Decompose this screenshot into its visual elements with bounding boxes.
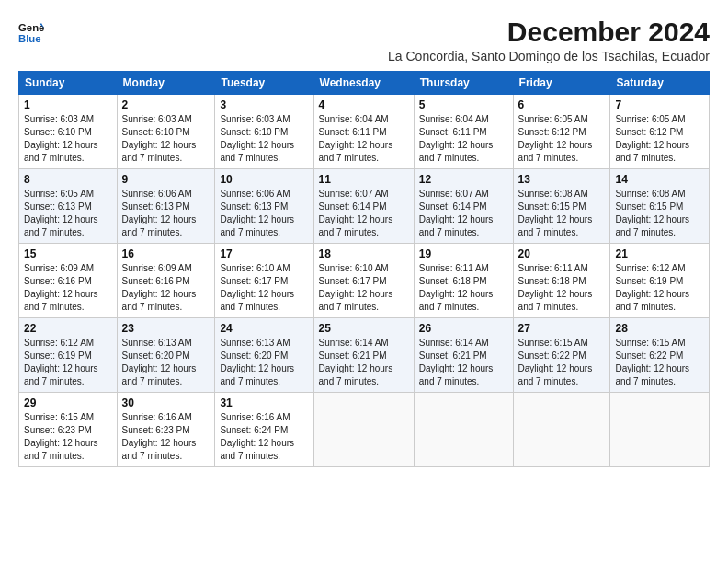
day-number: 12 xyxy=(419,173,508,186)
day-number: 22 xyxy=(24,322,112,335)
day-info: Sunrise: 6:07 AM Sunset: 6:14 PM Dayligh… xyxy=(419,188,508,239)
day-header-friday: Friday xyxy=(513,72,610,95)
calendar-cell: 11Sunrise: 6:07 AM Sunset: 6:14 PM Dayli… xyxy=(313,169,414,244)
calendar-cell: 24Sunrise: 6:13 AM Sunset: 6:20 PM Dayli… xyxy=(215,318,313,393)
day-info: Sunrise: 6:13 AM Sunset: 6:20 PM Dayligh… xyxy=(122,337,210,388)
day-number: 23 xyxy=(122,322,210,335)
day-info: Sunrise: 6:05 AM Sunset: 6:12 PM Dayligh… xyxy=(518,113,606,165)
calendar-cell: 4Sunrise: 6:04 AM Sunset: 6:11 PM Daylig… xyxy=(313,95,414,169)
calendar-week-row: 22Sunrise: 6:12 AM Sunset: 6:19 PM Dayli… xyxy=(19,318,710,393)
calendar-cell: 25Sunrise: 6:14 AM Sunset: 6:21 PM Dayli… xyxy=(313,318,414,393)
title-block: December 2024 La Concordia, Santo Doming… xyxy=(388,17,710,63)
day-number: 26 xyxy=(419,322,508,335)
day-info: Sunrise: 6:07 AM Sunset: 6:14 PM Dayligh… xyxy=(319,188,409,239)
calendar-cell: 19Sunrise: 6:11 AM Sunset: 6:18 PM Dayli… xyxy=(414,244,513,318)
calendar-cell: 23Sunrise: 6:13 AM Sunset: 6:20 PM Dayli… xyxy=(117,318,215,393)
day-header-thursday: Thursday xyxy=(414,72,513,95)
calendar-header-row: SundayMondayTuesdayWednesdayThursdayFrid… xyxy=(19,72,710,95)
calendar-cell: 22Sunrise: 6:12 AM Sunset: 6:19 PM Dayli… xyxy=(19,318,118,393)
day-number: 28 xyxy=(615,322,704,335)
day-number: 27 xyxy=(518,322,606,335)
day-number: 13 xyxy=(518,173,606,186)
day-number: 9 xyxy=(122,173,210,186)
day-number: 16 xyxy=(122,247,210,260)
svg-text:Blue: Blue xyxy=(18,33,41,44)
day-info: Sunrise: 6:13 AM Sunset: 6:20 PM Dayligh… xyxy=(220,337,308,388)
calendar-cell: 6Sunrise: 6:05 AM Sunset: 6:12 PM Daylig… xyxy=(513,95,610,169)
day-info: Sunrise: 6:11 AM Sunset: 6:18 PM Dayligh… xyxy=(518,262,606,314)
day-header-wednesday: Wednesday xyxy=(313,72,414,95)
calendar-week-row: 8Sunrise: 6:05 AM Sunset: 6:13 PM Daylig… xyxy=(19,169,710,244)
calendar-cell: 13Sunrise: 6:08 AM Sunset: 6:15 PM Dayli… xyxy=(513,169,610,244)
calendar-cell xyxy=(414,393,513,467)
day-info: Sunrise: 6:16 AM Sunset: 6:23 PM Dayligh… xyxy=(122,411,210,463)
day-number: 17 xyxy=(220,247,308,260)
day-number: 20 xyxy=(518,247,606,260)
day-header-monday: Monday xyxy=(117,72,215,95)
day-info: Sunrise: 6:15 AM Sunset: 6:23 PM Dayligh… xyxy=(24,411,112,463)
day-number: 25 xyxy=(319,322,409,335)
calendar-cell: 18Sunrise: 6:10 AM Sunset: 6:17 PM Dayli… xyxy=(313,244,414,318)
calendar-cell: 29Sunrise: 6:15 AM Sunset: 6:23 PM Dayli… xyxy=(19,393,118,467)
calendar-cell: 2Sunrise: 6:03 AM Sunset: 6:10 PM Daylig… xyxy=(117,95,215,169)
calendar-cell: 26Sunrise: 6:14 AM Sunset: 6:21 PM Dayli… xyxy=(414,318,513,393)
day-info: Sunrise: 6:10 AM Sunset: 6:17 PM Dayligh… xyxy=(220,262,308,314)
calendar-cell: 21Sunrise: 6:12 AM Sunset: 6:19 PM Dayli… xyxy=(610,244,710,318)
day-info: Sunrise: 6:05 AM Sunset: 6:13 PM Dayligh… xyxy=(24,188,112,239)
day-info: Sunrise: 6:06 AM Sunset: 6:13 PM Dayligh… xyxy=(122,188,210,239)
day-number: 11 xyxy=(319,173,409,186)
calendar-week-row: 1Sunrise: 6:03 AM Sunset: 6:10 PM Daylig… xyxy=(19,95,710,169)
calendar-cell: 17Sunrise: 6:10 AM Sunset: 6:17 PM Dayli… xyxy=(215,244,313,318)
calendar-cell: 10Sunrise: 6:06 AM Sunset: 6:13 PM Dayli… xyxy=(215,169,313,244)
calendar-cell: 3Sunrise: 6:03 AM Sunset: 6:10 PM Daylig… xyxy=(215,95,313,169)
calendar-cell: 16Sunrise: 6:09 AM Sunset: 6:16 PM Dayli… xyxy=(117,244,215,318)
day-info: Sunrise: 6:15 AM Sunset: 6:22 PM Dayligh… xyxy=(615,337,704,388)
calendar-cell: 1Sunrise: 6:03 AM Sunset: 6:10 PM Daylig… xyxy=(19,95,118,169)
header: General Blue December 2024 La Concordia,… xyxy=(18,17,710,63)
day-number: 29 xyxy=(24,396,112,409)
day-info: Sunrise: 6:03 AM Sunset: 6:10 PM Dayligh… xyxy=(24,113,112,165)
calendar-week-row: 15Sunrise: 6:09 AM Sunset: 6:16 PM Dayli… xyxy=(19,244,710,318)
calendar-cell: 5Sunrise: 6:04 AM Sunset: 6:11 PM Daylig… xyxy=(414,95,513,169)
page: General Blue December 2024 La Concordia,… xyxy=(0,0,728,477)
day-info: Sunrise: 6:15 AM Sunset: 6:22 PM Dayligh… xyxy=(518,337,606,388)
calendar-cell: 27Sunrise: 6:15 AM Sunset: 6:22 PM Dayli… xyxy=(513,318,610,393)
calendar-cell: 8Sunrise: 6:05 AM Sunset: 6:13 PM Daylig… xyxy=(19,169,118,244)
logo-icon: General Blue xyxy=(18,20,44,46)
day-number: 19 xyxy=(419,247,508,260)
day-info: Sunrise: 6:03 AM Sunset: 6:10 PM Dayligh… xyxy=(220,113,308,165)
calendar-table: SundayMondayTuesdayWednesdayThursdayFrid… xyxy=(18,71,710,467)
day-header-saturday: Saturday xyxy=(610,72,710,95)
calendar-cell xyxy=(313,393,414,467)
calendar-cell: 15Sunrise: 6:09 AM Sunset: 6:16 PM Dayli… xyxy=(19,244,118,318)
day-info: Sunrise: 6:12 AM Sunset: 6:19 PM Dayligh… xyxy=(24,337,112,388)
main-title: December 2024 xyxy=(388,17,710,47)
calendar-cell: 9Sunrise: 6:06 AM Sunset: 6:13 PM Daylig… xyxy=(117,169,215,244)
day-header-tuesday: Tuesday xyxy=(215,72,313,95)
day-number: 1 xyxy=(24,98,112,111)
day-info: Sunrise: 6:09 AM Sunset: 6:16 PM Dayligh… xyxy=(24,262,112,314)
logo: General Blue xyxy=(18,20,44,46)
day-number: 3 xyxy=(220,98,308,111)
day-info: Sunrise: 6:12 AM Sunset: 6:19 PM Dayligh… xyxy=(615,262,704,314)
calendar-cell: 20Sunrise: 6:11 AM Sunset: 6:18 PM Dayli… xyxy=(513,244,610,318)
day-info: Sunrise: 6:05 AM Sunset: 6:12 PM Dayligh… xyxy=(615,113,704,165)
day-info: Sunrise: 6:06 AM Sunset: 6:13 PM Dayligh… xyxy=(220,188,308,239)
day-info: Sunrise: 6:11 AM Sunset: 6:18 PM Dayligh… xyxy=(419,262,508,314)
day-number: 7 xyxy=(615,98,704,111)
day-info: Sunrise: 6:14 AM Sunset: 6:21 PM Dayligh… xyxy=(319,337,409,388)
day-header-sunday: Sunday xyxy=(19,72,118,95)
day-number: 6 xyxy=(518,98,606,111)
day-number: 18 xyxy=(319,247,409,260)
day-number: 10 xyxy=(220,173,308,186)
subtitle: La Concordia, Santo Domingo de los Tsach… xyxy=(388,49,710,63)
day-number: 5 xyxy=(419,98,508,111)
day-number: 30 xyxy=(122,396,210,409)
calendar-cell xyxy=(610,393,710,467)
day-info: Sunrise: 6:16 AM Sunset: 6:24 PM Dayligh… xyxy=(220,411,308,463)
day-number: 15 xyxy=(24,247,112,260)
day-info: Sunrise: 6:04 AM Sunset: 6:11 PM Dayligh… xyxy=(419,113,508,165)
day-number: 21 xyxy=(615,247,704,260)
day-info: Sunrise: 6:08 AM Sunset: 6:15 PM Dayligh… xyxy=(615,188,704,239)
calendar-cell: 7Sunrise: 6:05 AM Sunset: 6:12 PM Daylig… xyxy=(610,95,710,169)
